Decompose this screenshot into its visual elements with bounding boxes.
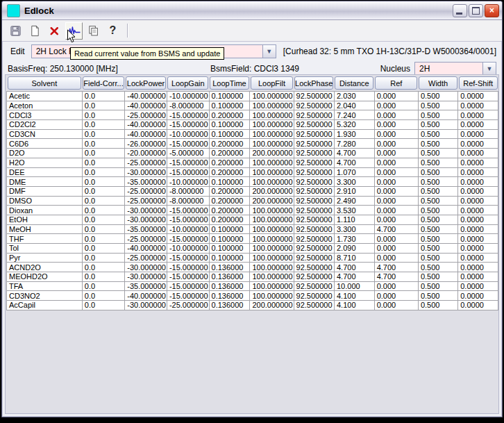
read-bsms-button[interactable] [65,22,83,40]
value-cell[interactable]: -15.000000 [167,253,209,263]
value-cell[interactable]: 100.000000 [250,129,294,139]
column-header-ref[interactable]: Ref [375,76,417,90]
value-cell[interactable]: 0.136000 [209,301,250,310]
value-cell[interactable]: -30.000000 [125,167,167,177]
value-cell[interactable]: -40.000000 [125,129,167,139]
value-cell[interactable]: 2.490 [334,196,374,206]
column-header-solvent[interactable]: Solvent [8,76,82,90]
value-cell[interactable]: 92.500000 [294,281,334,291]
close-button[interactable]: × [485,4,499,17]
value-cell[interactable]: 0.000 [374,92,418,101]
value-cell[interactable]: 0.0000 [458,301,498,310]
value-cell[interactable]: -20.000000 [125,149,167,158]
value-cell[interactable]: 100.000000 [250,110,294,120]
value-cell[interactable]: 0.500 [418,101,457,110]
value-cell[interactable]: 0.0 [82,234,124,244]
value-cell[interactable]: 0.500 [418,281,457,291]
column-header-ref-shift[interactable]: Ref-Shift [459,76,498,90]
value-cell[interactable]: 0.0000 [458,110,498,120]
value-cell[interactable]: 92.500000 [294,234,334,244]
value-cell[interactable]: 2.090 [334,244,374,254]
value-cell[interactable]: 0.0000 [458,129,498,139]
value-cell[interactable]: 0.000 [374,177,418,187]
value-cell[interactable]: 0.500 [418,129,457,139]
value-cell[interactable]: 92.500000 [294,101,334,110]
save-button[interactable] [7,22,24,40]
value-cell[interactable]: 0.0000 [458,272,498,282]
value-cell[interactable]: 1.110 [334,215,374,224]
value-cell[interactable]: 0.000 [374,120,418,130]
value-cell[interactable]: -25.000000 [125,158,167,167]
value-cell[interactable]: 2.910 [334,186,374,196]
value-cell[interactable]: -40.000000 [125,291,167,301]
value-cell[interactable]: 0.0 [82,139,124,149]
solvent-cell[interactable]: TFA [7,281,83,291]
value-cell[interactable]: 0.200000 [209,139,250,149]
value-cell[interactable]: 0.0 [82,186,124,196]
solvent-cell[interactable]: H2O [7,158,83,167]
value-cell[interactable]: 200.000000 [250,186,294,196]
value-cell[interactable]: 0.0000 [458,120,498,130]
value-cell[interactable]: -25.000000 [125,110,167,120]
value-cell[interactable]: 0.100000 [209,234,250,244]
value-cell[interactable]: 3.300 [334,177,374,187]
value-cell[interactable]: 100.000000 [250,158,294,167]
value-cell[interactable]: 3.300 [334,224,374,234]
value-cell[interactable]: 92.500000 [294,158,334,167]
value-cell[interactable]: 92.500000 [294,301,334,310]
value-cell[interactable]: 0.0000 [458,244,498,254]
column-header-loopfilt[interactable]: LoopFilt [251,76,293,90]
value-cell[interactable]: 8.710 [334,253,374,263]
value-cell[interactable]: 100.000000 [250,234,294,244]
value-cell[interactable]: -8.000000 [167,196,209,206]
value-cell[interactable]: 0.0000 [458,224,498,234]
solvent-cell[interactable]: ACND2O [7,263,83,272]
value-cell[interactable]: -15.000000 [167,206,209,215]
value-cell[interactable]: 0.0000 [458,281,498,291]
value-cell[interactable]: -35.000000 [125,177,167,187]
value-cell[interactable]: 0.0000 [458,253,498,263]
value-cell[interactable]: 0.0 [82,272,124,282]
solvent-cell[interactable]: Pyr [7,253,83,263]
value-cell[interactable]: 0.0 [82,263,124,272]
value-cell[interactable]: 0.500 [418,196,457,206]
value-cell[interactable]: 0.000 [374,244,418,254]
value-cell[interactable]: 0.0 [82,244,124,254]
value-cell[interactable]: -30.000000 [125,301,167,310]
solvent-cell[interactable]: DME [7,177,83,187]
value-cell[interactable]: 100.000000 [250,215,294,224]
value-cell[interactable]: 0.0 [82,253,124,263]
value-cell[interactable]: 4.700 [334,149,374,158]
value-cell[interactable]: -8.000000 [167,101,209,110]
value-cell[interactable]: 0.0 [82,224,124,234]
value-cell[interactable]: -15.000000 [167,281,209,291]
value-cell[interactable]: 100.000000 [250,167,294,177]
value-cell[interactable]: 1.930 [334,129,374,139]
value-cell[interactable]: 0.500 [418,149,457,158]
value-cell[interactable]: 92.500000 [294,263,334,272]
nucleus-combobox[interactable]: 2H ▼ [414,62,496,76]
value-cell[interactable]: -40.000000 [125,92,167,101]
value-cell[interactable]: 0.0000 [458,139,498,149]
value-cell[interactable]: 0.0 [82,158,124,167]
value-cell[interactable]: 0.100000 [209,253,250,263]
value-cell[interactable]: 0.0000 [458,167,498,177]
value-cell[interactable]: 0.0 [82,301,124,310]
column-header-loopgain[interactable]: LoopGain [167,76,208,90]
value-cell[interactable]: -5.000000 [167,149,209,158]
value-cell[interactable]: 0.0000 [458,196,498,206]
value-cell[interactable]: 0.200000 [209,149,250,158]
title-bar[interactable]: Edlock × [2,1,502,20]
value-cell[interactable]: 92.500000 [294,224,334,234]
value-cell[interactable]: 0.0 [82,92,124,101]
value-cell[interactable]: 0.000 [374,158,418,167]
value-cell[interactable]: 0.136000 [209,281,250,291]
value-cell[interactable]: 4.100 [334,301,374,310]
value-cell[interactable]: 0.100000 [209,224,250,234]
value-cell[interactable]: 0.000 [374,301,418,310]
value-cell[interactable]: 0.500 [418,158,457,167]
value-cell[interactable]: 0.200000 [209,215,250,224]
value-cell[interactable]: 0.000 [374,206,418,215]
value-cell[interactable]: 1.070 [334,167,374,177]
value-cell[interactable]: -30.000000 [125,206,167,215]
